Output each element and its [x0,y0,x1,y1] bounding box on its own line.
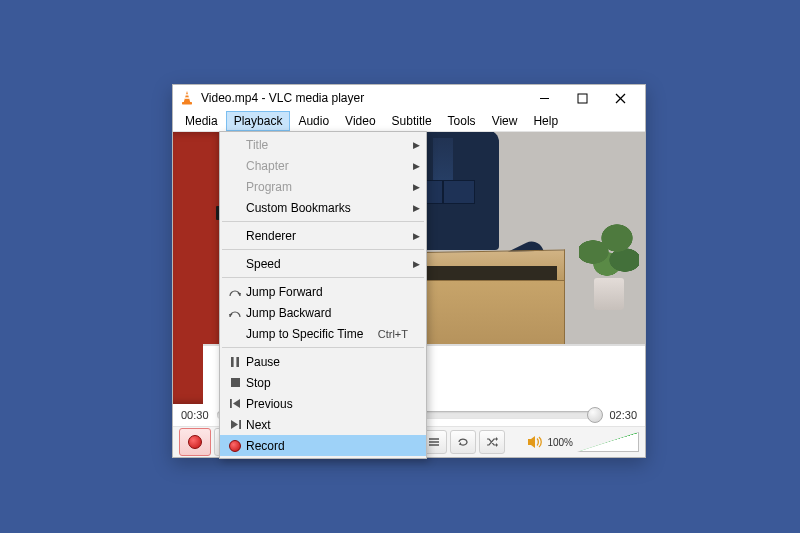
playback-dropdown: Title▶ Chapter▶ Program▶ Custom Bookmark… [219,131,427,459]
dd-jump-specific-label: Jump to Specific Time [246,327,378,341]
svg-rect-5 [578,94,587,103]
submenu-arrow-icon: ▶ [413,140,420,150]
menu-audio[interactable]: Audio [290,111,337,131]
dd-separator [222,249,424,250]
dd-stop-label: Stop [246,376,408,390]
menu-view[interactable]: View [484,111,526,131]
svg-line-6 [616,94,625,103]
dd-custom-bookmarks-label: Custom Bookmarks [246,201,408,215]
svg-rect-33 [230,399,232,408]
submenu-arrow-icon: ▶ [413,203,420,213]
svg-rect-1 [185,94,188,95]
dd-speed-label: Speed [246,257,408,271]
dd-jump-forward[interactable]: Jump Forward [220,281,426,302]
submenu-arrow-icon: ▶ [413,259,420,269]
record-icon [224,440,246,452]
time-total: 02:30 [609,409,637,421]
close-button[interactable] [601,85,639,111]
dd-separator [222,221,424,222]
maximize-button[interactable] [563,85,601,111]
dd-pause[interactable]: Pause [220,351,426,372]
dd-previous[interactable]: Previous [220,393,426,414]
dd-jump-specific[interactable]: Jump to Specific Time Ctrl+T [220,323,426,344]
window-buttons [525,85,639,111]
svg-rect-30 [231,357,234,367]
dd-record[interactable]: Record [220,435,426,456]
skip-next-icon [224,420,246,429]
dd-pause-label: Pause [246,355,408,369]
svg-marker-27 [528,436,535,448]
dd-next[interactable]: Next [220,414,426,435]
vlc-window: Video.mp4 - VLC media player Media Playb… [172,84,646,458]
titlebar: Video.mp4 - VLC media player [173,85,645,111]
loop-button[interactable] [450,430,476,454]
volume-control: 100% [527,432,639,452]
window-title: Video.mp4 - VLC media player [201,91,519,105]
shuffle-icon [486,437,498,447]
dd-renderer[interactable]: Renderer▶ [220,225,426,246]
menu-help[interactable]: Help [525,111,566,131]
dd-title-label: Title [246,138,408,152]
dd-chapter[interactable]: Chapter▶ [220,155,426,176]
dd-speed[interactable]: Speed▶ [220,253,426,274]
dd-chapter-label: Chapter [246,159,408,173]
menubar: Media Playback Audio Video Subtitle Tool… [173,111,645,132]
svg-line-7 [616,94,625,103]
menu-media[interactable]: Media [177,111,226,131]
dd-jump-specific-shortcut: Ctrl+T [378,328,408,340]
submenu-arrow-icon: ▶ [413,182,420,192]
minimize-button[interactable] [525,85,563,111]
dd-next-label: Next [246,418,408,432]
dd-jump-forward-label: Jump Forward [246,285,408,299]
svg-marker-34 [233,399,240,408]
submenu-arrow-icon: ▶ [413,161,420,171]
svg-rect-3 [182,102,192,104]
svg-rect-36 [239,420,241,429]
menu-subtitle[interactable]: Subtitle [384,111,440,131]
svg-rect-31 [236,357,239,367]
jump-forward-icon [224,287,246,297]
svg-marker-26 [496,443,498,447]
dd-renderer-label: Renderer [246,229,408,243]
menu-playback[interactable]: Playback [226,111,291,131]
speaker-icon[interactable] [527,435,543,449]
menu-tools[interactable]: Tools [440,111,484,131]
submenu-arrow-icon: ▶ [413,231,420,241]
dd-record-label: Record [246,439,408,453]
dd-custom-bookmarks[interactable]: Custom Bookmarks▶ [220,197,426,218]
volume-label: 100% [547,437,573,448]
dd-jump-backward-label: Jump Backward [246,306,408,320]
scene-plant [579,216,639,336]
dd-program[interactable]: Program▶ [220,176,426,197]
jump-backward-icon [224,308,246,318]
stop-icon [224,378,246,387]
dd-separator [222,277,424,278]
dd-program-label: Program [246,180,408,194]
svg-marker-35 [231,420,238,429]
volume-slider[interactable] [577,432,639,452]
skip-previous-icon [224,399,246,408]
dd-separator [222,347,424,348]
dd-title[interactable]: Title▶ [220,134,426,155]
time-elapsed: 00:30 [181,409,209,421]
dd-stop[interactable]: Stop [220,372,426,393]
svg-rect-2 [185,97,190,99]
loop-icon [457,437,469,447]
record-icon [188,435,202,449]
pause-icon [224,357,246,367]
svg-marker-0 [184,91,190,102]
svg-rect-32 [231,378,240,387]
record-button[interactable] [179,428,211,456]
dd-previous-label: Previous [246,397,408,411]
menu-video[interactable]: Video [337,111,383,131]
shuffle-button[interactable] [479,430,505,454]
dd-jump-backward[interactable]: Jump Backward [220,302,426,323]
vlc-cone-icon [179,90,195,106]
svg-marker-25 [496,437,498,441]
playlist-icon [428,437,440,447]
